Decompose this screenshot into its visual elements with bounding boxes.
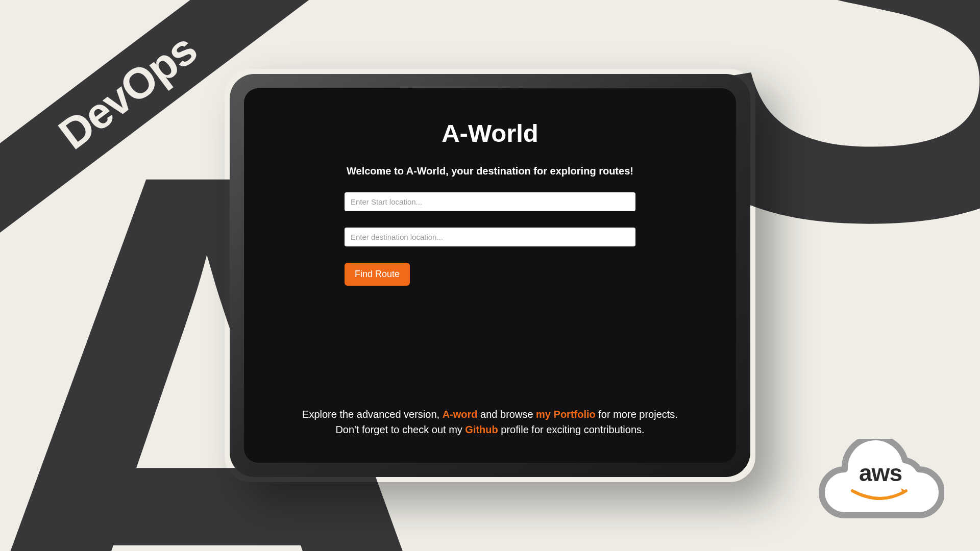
button-row: Find Route <box>345 263 635 286</box>
footer-segment-1: Explore the advanced version, <box>302 409 443 420</box>
aws-smile-icon <box>850 488 911 504</box>
footer-text: Explore the advanced version, A-word and… <box>270 407 710 442</box>
footer-segment-3: for more projects. <box>596 409 678 420</box>
tablet-device: A-World Welcome to A-World, your destina… <box>230 74 750 477</box>
destination-location-input[interactable] <box>345 228 635 246</box>
footer-segment-5: profile for exciting contributions. <box>498 424 645 435</box>
link-github[interactable]: Github <box>465 424 498 435</box>
aws-cloud-badge: aws <box>817 439 944 520</box>
app-subtitle: Welcome to A-World, your destination for… <box>270 165 710 177</box>
route-search-form: Find Route <box>270 192 710 286</box>
footer-segment-2: and browse <box>478 409 536 420</box>
footer-segment-4: Don't forget to check out my <box>335 424 465 435</box>
app-title: A-World <box>270 119 710 147</box>
tablet-frame: A-World Welcome to A-World, your destina… <box>230 74 750 477</box>
start-location-input[interactable] <box>345 192 635 211</box>
link-aword[interactable]: A-word <box>443 409 478 420</box>
link-portfolio[interactable]: my Portfolio <box>536 409 596 420</box>
find-route-button[interactable]: Find Route <box>345 263 410 286</box>
aws-label: aws <box>859 459 902 487</box>
tablet-screen: A-World Welcome to A-World, your destina… <box>244 88 736 463</box>
